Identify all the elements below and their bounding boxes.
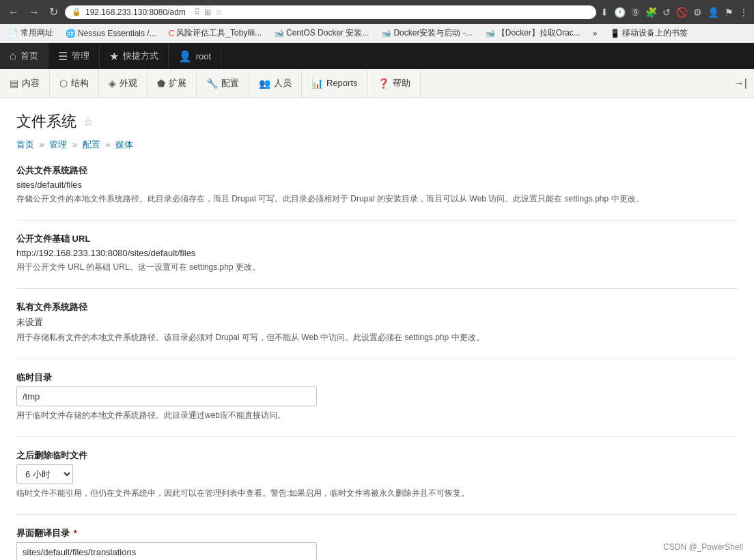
breadcrumb-config[interactable]: 配置 [83,139,100,150]
nav-expand-button[interactable]: →| [727,69,754,97]
input-temp-dir[interactable] [16,387,317,406]
structure-icon: ⬡ [59,78,68,89]
nav-appearance[interactable]: ◈ 外观 [99,69,148,97]
refresh-button[interactable]: ↻ [46,4,61,20]
bookmark-mobile[interactable]: 📱 移动设备上的书签 [607,26,690,40]
user-icon: 👤 [178,50,192,63]
admin-nav-shortcuts[interactable]: ★ 快捷方式 [100,43,169,69]
refresh2-icon: ↺ [662,7,671,18]
nav-structure[interactable]: ⬡ 结构 [50,69,99,97]
bookmark-icon-5: 🐋 [485,29,495,38]
bookmark-icon-0: 📄 [8,29,18,38]
breadcrumb-sep-3: » [106,139,113,150]
value-public-url: http://192.168.233.130:8080/sites/defaul… [16,248,738,258]
bookmark-oracle[interactable]: 🐋 【Docker】拉取Orac... [482,26,583,40]
label-temp-dir: 临时目录 [16,372,738,384]
puzzle-icon: 🧩 [645,7,657,18]
nav-content[interactable]: ▤ 内容 [0,69,50,97]
apps-icon: ⠿ [194,8,200,17]
bookmark-icon-4: 🐋 [381,29,391,38]
home-icon: ⌂ [10,50,16,62]
extend-icon: ⬟ [157,78,165,89]
desc-temp-dir: 用于临时文件存储的本地文件系统路径。此目录通过web应不能直接访问。 [16,409,738,421]
value-private-path: 未设置 [16,316,738,328]
footer-watermark: CSDN @_PowerShell [663,542,743,552]
breadcrumb: 首页 » 管理 » 配置 » 媒体 [16,139,738,151]
bookmark-centos[interactable]: 🐋 CentOS Docker 安装... [271,26,372,40]
back-button[interactable]: ← [5,5,22,20]
grid-icon: ⊞ [204,8,211,17]
flag-icon: ⚑ [725,7,734,18]
section-public-url: 公开文件基础 URL http://192.168.233.130:8080/s… [16,233,738,273]
shield-icon: ⑨ [631,7,640,18]
bookmark-icon-1: 🌐 [66,29,76,38]
help-icon: ❓ [378,78,389,89]
breadcrumb-home[interactable]: 首页 [16,139,34,150]
admin-nav-home[interactable]: ⌂ 首页 [0,43,48,69]
breadcrumb-sep-2: » [72,139,80,150]
admin-nav-user[interactable]: 👤 root [169,43,221,69]
divider-1 [16,220,738,221]
download-icon: ⬇ [600,7,609,18]
select-delete-after[interactable]: 6 小时 3 小时 12 小时 24 小时 2 天 1 周 [16,464,73,484]
admin-nav-manage[interactable]: ☰ 管理 [48,43,100,69]
divider-2 [16,288,738,289]
content-icon: ▤ [10,78,18,89]
settings2-icon: ⚙ [693,7,702,18]
label-private-path: 私有文件系统路径 [16,301,738,313]
forward-button[interactable]: → [26,5,42,20]
browser-toolbar-icons: ⬇ 🕐 ⑨ 🧩 ↺ 🚫 ⚙ 👤 ⚑ ⋮ [600,7,749,18]
address-bar[interactable]: 🔒 192.168.233.130:8080/adm ⠿ ⊞ ☆ [65,5,596,19]
section-public-path: 公共文件系统路径 sites/default/files 存储公开文件的本地文件… [16,165,738,205]
more-bookmarks-icon: » [593,29,598,38]
admin-top-bar: ⌂ 首页 ☰ 管理 ★ 快捷方式 👤 root [0,43,754,69]
section-private-path: 私有文件系统路径 未设置 用于存储私有文件的本地文件系统路径。该目录必须对 Dr… [16,301,738,344]
desc-delete-after: 临时文件不能引用，但仍在文件系统中，因此可以在管理列表中查看。警告:如果启用，临… [16,487,738,499]
reports-icon: 📊 [311,78,323,89]
address-text: 192.168.233.130:8080/adm [85,8,186,17]
label-delete-after: 之后删除临时文件 [16,449,738,462]
breadcrumb-media[interactable]: 媒体 [115,139,133,150]
appearance-icon: ◈ [109,78,116,89]
desc-public-url: 用于公开文件 URL 的基础 URL。这一设置可在 settings.php 更… [16,261,738,273]
required-marker: * [74,528,77,538]
secondary-nav: ▤ 内容 ⬡ 结构 ◈ 外观 ⬟ 扩展 🔧 配置 👥 人员 📊 Reports … [0,69,754,98]
nav-reports[interactable]: 📊 Reports [302,69,368,97]
nav-people[interactable]: 👥 人员 [249,69,302,97]
star-icon-nav: ★ [109,50,119,63]
input-translations-dir[interactable] [16,542,317,560]
page-content: 文件系统 ☆ 首页 » 管理 » 配置 » 媒体 公共文件系统路径 sites/… [0,98,754,560]
mobile-icon: 📱 [610,29,620,38]
bookmark-icon-3: 🐋 [274,29,284,38]
section-translations-dir: 界面翻译目录 * 存储界面翻译文件的本地文件系统路径。 [16,527,738,560]
breadcrumb-sep-1: » [40,139,47,150]
page-title: 文件系统 [16,111,76,132]
section-delete-after: 之后删除临时文件 6 小时 3 小时 12 小时 24 小时 2 天 1 周 临… [16,449,738,499]
page-title-row: 文件系统 ☆ [16,111,738,132]
desc-public-path: 存储公开文件的本地文件系统路径。此目录必须存在，而且 Drupal 可写。此目录… [16,193,738,205]
block-icon: 🚫 [676,7,688,18]
label-translations-dir: 界面翻译目录 * [16,527,738,540]
browser-chrome: ← → ↻ 🔒 192.168.233.130:8080/adm ⠿ ⊞ ☆ ⬇… [0,0,754,24]
section-temp-dir: 临时目录 用于临时文件存储的本地文件系统路径。此目录通过web应不能直接访问。 [16,372,738,421]
bookmark-icon-2: C [169,29,175,38]
favorite-star-icon[interactable]: ☆ [83,115,93,128]
bookmark-docker[interactable]: 🐋 Docker安装与启动 -... [378,26,475,40]
value-public-path: sites/default/files [16,180,738,190]
bookmark-nessus[interactable]: 🌐 Nessus Essentials /... [63,27,159,40]
divider-5 [16,514,738,515]
bookmark-risk[interactable]: C 风险评估工具_Tobylili... [166,26,264,40]
divider-3 [16,359,738,359]
breadcrumb-manage[interactable]: 管理 [49,139,67,150]
history-icon: 🕐 [614,7,626,18]
menu-icon: ☰ [58,50,68,63]
nav-config[interactable]: 🔧 配置 [197,69,249,97]
more-icon: ⋮ [739,7,749,18]
star-bookmark-icon: ☆ [215,8,223,17]
bookmark-changyon[interactable]: 📄 常用网址 [5,26,56,40]
people-icon: 👥 [259,78,270,89]
nav-extend[interactable]: ⬟ 扩展 [148,69,197,97]
nav-help[interactable]: ❓ 帮助 [368,69,421,97]
config-icon: 🔧 [206,78,218,89]
bookmark-more[interactable]: » [590,27,600,40]
